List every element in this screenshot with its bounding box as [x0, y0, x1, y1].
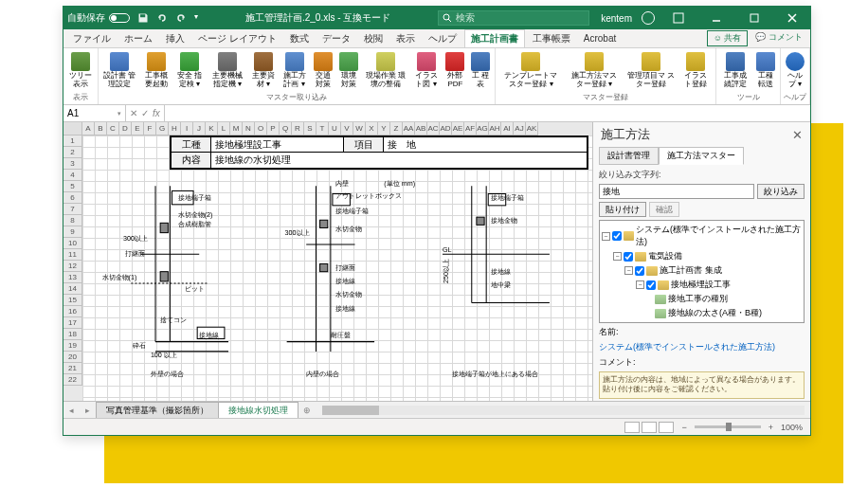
redo-icon[interactable] [175, 12, 187, 24]
tab-acrobat[interactable]: Acrobat [578, 31, 622, 45]
col-header[interactable]: R [292, 122, 304, 136]
tab-home[interactable]: ホーム [118, 30, 158, 47]
col-header[interactable]: P [267, 122, 280, 136]
col-header[interactable]: E [132, 122, 144, 136]
btn-shizai[interactable]: 主要資 材 ▾ [249, 50, 278, 91]
name-box[interactable]: A1▾ [63, 105, 126, 121]
btn-kikai[interactable]: 主要機械 指定機 ▾ [207, 50, 249, 91]
tab-insert[interactable]: 挿入 [160, 30, 190, 47]
btn-sekkei[interactable]: 設計書 管理設定 [100, 50, 139, 91]
btn-pdf[interactable]: 外部 PDF [443, 50, 468, 91]
sheet-tab-1[interactable]: 写真管理基準（撮影箇所） [96, 402, 219, 419]
btn-kanri-master[interactable]: 管理項目マ スター登録 [624, 50, 678, 91]
col-header[interactable]: C [107, 122, 119, 136]
col-header[interactable]: AB [415, 122, 427, 136]
btn-sekouhou[interactable]: 施工方 計画 ▾ [278, 50, 311, 91]
ribbon-mode-icon[interactable] [664, 7, 693, 29]
user-name[interactable]: kentem [601, 13, 632, 24]
select-all-corner[interactable] [63, 122, 82, 136]
zoom-slider[interactable] [695, 425, 761, 428]
paste-button[interactable]: 貼り付け [599, 202, 646, 217]
col-header[interactable]: AE [452, 122, 464, 136]
col-header[interactable]: F [144, 122, 156, 136]
btn-koutei[interactable]: 工 程表 [468, 50, 493, 91]
col-header[interactable]: A [82, 122, 95, 136]
form-r1-val2[interactable]: 接 地 [384, 137, 587, 152]
tab-data[interactable]: データ [316, 30, 356, 47]
col-header[interactable]: AC [427, 122, 440, 136]
sheet-tab-2[interactable]: 接地線水切処理 [218, 402, 298, 419]
col-header[interactable]: AI [501, 122, 514, 136]
btn-sekouhou-master[interactable]: 施工方法マス ター登録 ▾ [565, 50, 624, 91]
row-header[interactable]: 20 [63, 352, 82, 363]
row-header[interactable]: 13 [63, 272, 82, 283]
sp-tab-master[interactable]: 施工方法マスター [659, 147, 744, 165]
sheet-nav-next-icon[interactable]: ▸ [80, 406, 96, 415]
maximize-icon[interactable] [740, 7, 769, 29]
row-header[interactable]: 4 [63, 170, 82, 181]
row-header[interactable]: 22 [63, 374, 82, 386]
row-header[interactable]: 11 [63, 249, 82, 261]
col-header[interactable]: Y [378, 122, 390, 136]
row-header[interactable]: 6 [63, 192, 82, 204]
fx-icon[interactable]: fx [153, 108, 160, 118]
col-header[interactable]: AA [403, 122, 415, 136]
form-r1-val1[interactable]: 接地極埋設工事 [211, 137, 344, 152]
row-header[interactable]: 2 [63, 147, 82, 158]
col-header[interactable]: AD [440, 122, 452, 136]
col-header[interactable]: AG [477, 122, 489, 136]
undo-icon[interactable] [156, 12, 168, 24]
add-sheet-icon[interactable]: ⊕ [298, 406, 316, 415]
filter-input[interactable] [599, 184, 754, 199]
col-header[interactable]: H [169, 122, 181, 136]
col-header[interactable]: V [341, 122, 353, 136]
btn-help[interactable]: ヘル プ ▾ [783, 50, 807, 91]
tab-review[interactable]: 校閲 [358, 30, 389, 47]
row-header[interactable]: 16 [63, 306, 82, 317]
fx-confirm-icon[interactable]: ✓ [141, 108, 149, 118]
row-header[interactable]: 14 [63, 283, 82, 295]
col-header[interactable]: M [230, 122, 243, 136]
btn-anzen[interactable]: 安全 指定検 ▾ [173, 50, 207, 91]
form-r2-val1[interactable]: 接地線の水切処理 [211, 153, 587, 168]
col-header[interactable]: Z [390, 122, 403, 136]
close-icon[interactable] [778, 7, 806, 29]
tab-help[interactable]: ヘルプ [423, 30, 462, 47]
col-header[interactable]: N [243, 122, 255, 136]
btn-seiseki[interactable]: 工事成 績評定 [718, 50, 752, 91]
view-normal-icon[interactable] [624, 422, 640, 433]
col-header[interactable]: L [218, 122, 230, 136]
zoom-value[interactable]: 100% [781, 423, 803, 432]
row-header[interactable]: 17 [63, 317, 82, 329]
row-header[interactable]: 1 [63, 136, 82, 147]
col-header[interactable]: I [181, 122, 193, 136]
tab-file[interactable]: ファイル [67, 30, 117, 47]
btn-kankyou[interactable]: 環境 対策 [336, 50, 362, 91]
row-header[interactable]: 15 [63, 295, 82, 306]
row-header[interactable]: 7 [63, 204, 82, 215]
horizontal-scrollbar[interactable] [322, 406, 805, 415]
tab-formulas[interactable]: 数式 [284, 30, 315, 47]
zoom-in-icon[interactable]: + [769, 423, 773, 432]
col-header[interactable]: J [193, 122, 206, 136]
view-pagebreak-icon[interactable] [659, 422, 674, 433]
row-header[interactable]: 21 [63, 363, 82, 374]
share-button[interactable]: ☺ 共有 [707, 30, 749, 46]
col-header[interactable]: AH [489, 122, 501, 136]
comments-button[interactable]: 💬 コメント [751, 30, 806, 46]
row-header[interactable]: 19 [63, 340, 82, 352]
close-panel-icon[interactable]: ✕ [792, 128, 803, 142]
row-header[interactable]: 3 [63, 158, 82, 170]
btn-illust[interactable]: イラス ト図 ▾ [409, 50, 443, 91]
col-header[interactable]: B [95, 122, 107, 136]
col-header[interactable]: T [316, 122, 329, 136]
sheet-nav-prev-icon[interactable]: ◂ [63, 406, 80, 415]
col-header[interactable]: Q [280, 122, 292, 136]
zoom-out-icon[interactable]: − [681, 423, 686, 432]
col-header[interactable]: AK [526, 122, 538, 136]
row-header[interactable]: 9 [63, 226, 82, 238]
save-icon[interactable] [137, 12, 149, 24]
btn-kouji-gaiyou[interactable]: 工事概 要起動 [139, 50, 173, 91]
col-header[interactable]: G [156, 122, 169, 136]
row-header[interactable]: 12 [63, 261, 82, 272]
